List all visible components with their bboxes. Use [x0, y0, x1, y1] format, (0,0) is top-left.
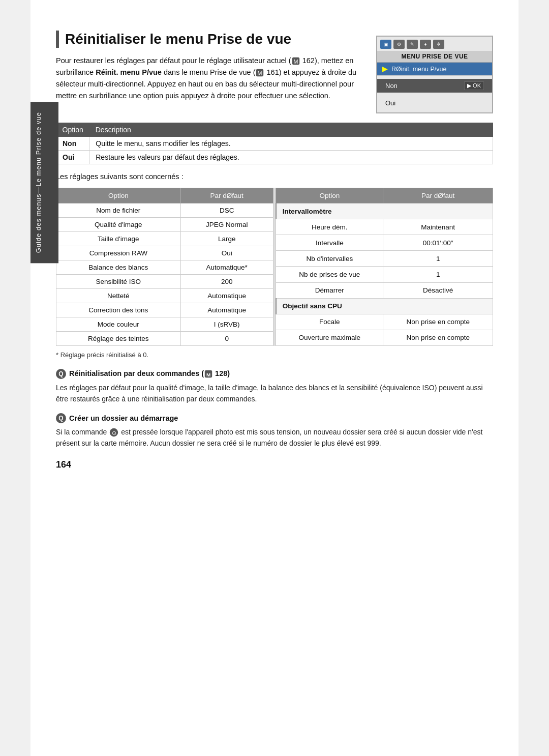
- menu-arrow: ▶: [382, 65, 387, 73]
- bold-term: Réinit. menu P/vue: [96, 68, 162, 76]
- table-row: Réglage des teintes 0: [56, 332, 273, 346]
- cell-isrvb: I (sRVB): [180, 317, 273, 332]
- cam-icon-2: ⚙: [393, 40, 405, 49]
- cell-zero: 0: [180, 332, 273, 346]
- table-row: Intervalle 00:01′:00″: [276, 235, 493, 251]
- note-title-text-2: Créer un dossier au démarrage: [69, 414, 178, 422]
- left-col-default: Par dØfaut: [180, 188, 273, 203]
- svg-text:M: M: [206, 372, 210, 377]
- note-icon-1: Q: [56, 369, 66, 379]
- cell-nom-fichier: Nom de fichier: [56, 203, 181, 218]
- cell-1-prises: 1: [383, 267, 493, 282]
- cell-200: 200: [180, 275, 273, 289]
- cell-balance-blancs: Balance des blancs: [56, 260, 181, 275]
- camera-menu-item-label: RØinit. menu P/vue: [391, 66, 446, 73]
- intro-paragraph: Pour restaurer les réglages par défaut p…: [56, 55, 361, 102]
- cell-heure-dem: Heure dém.: [276, 219, 383, 235]
- cell-desactive: Désactivé: [383, 282, 493, 298]
- cell-taille-image: Taille d'image: [56, 232, 181, 246]
- table-row: Oui Restaure les valeurs par défaut des …: [56, 151, 493, 164]
- camera-menu-mockup: ▣ ⚙ ✎ ♦ ❖ MENU PRISE DE VUE ▶ RØinit. me…: [376, 36, 493, 113]
- cell-automatique-tons: Automatique: [180, 303, 273, 317]
- cell-nettete: Netteté: [56, 289, 181, 303]
- cell-time: 00:01′:00″: [383, 235, 493, 251]
- page-title: Réinitialiser le menu Prise de vue: [56, 31, 361, 48]
- camera-option-non-label: Non: [385, 82, 398, 90]
- footnote: * Réglage précis réinitialisé à 0.: [56, 351, 493, 359]
- table-row: Non Quitte le menu, sans modifier les ré…: [56, 137, 493, 151]
- cell-non-prise-focale: Non prise en compte: [383, 314, 493, 330]
- cell-sensibilite-iso: Sensibilité ISO: [56, 275, 181, 289]
- note-text-2: Si la commande ⊙ est pressée lorsque l'a…: [56, 426, 493, 449]
- camera-menu-selected-item: ▶ RØinit. menu P/vue: [377, 63, 492, 76]
- cell-demarrer: Démarrer: [276, 282, 383, 298]
- table-row: Démarrer Désactivé: [276, 282, 493, 298]
- option-oui: Oui: [56, 151, 89, 164]
- left-col-option: Option: [56, 188, 181, 203]
- table-row: Heure dém. Maintenant: [276, 219, 493, 235]
- cell-oui: Oui: [180, 246, 273, 260]
- cell-mode-couleur: Mode couleur: [56, 317, 181, 332]
- cell-dsc: DSC: [180, 203, 273, 218]
- cell-automatique-star: Automatique*: [180, 260, 273, 275]
- spacer: [377, 93, 492, 97]
- page-number: 164: [56, 459, 493, 470]
- header-text: Réinitialiser le menu Prise de vue Pour …: [56, 31, 361, 113]
- note-creer-dossier: Q Créer un dossier au démarrage Si la co…: [56, 413, 493, 449]
- cell-automatique-nettete: Automatique: [180, 289, 273, 303]
- table-row: Nb d'intervalles 1: [276, 251, 493, 267]
- option-non: Non: [56, 137, 89, 151]
- right-col-default: Par dØfaut: [383, 188, 493, 203]
- cam-icon-1: ▣: [380, 40, 391, 49]
- side-tab: Guide des menus—Le menu Prise de vue: [30, 102, 58, 263]
- cell-focale: Focale: [276, 314, 383, 330]
- table-row: Taille d'image Large: [56, 232, 273, 246]
- camera-option-oui: Oui: [377, 97, 492, 109]
- table-row: Focale Non prise en compte: [276, 314, 493, 330]
- table-row: Intervallomètre: [276, 203, 493, 219]
- section-text: Les réglages suivants sont concernés :: [56, 172, 493, 181]
- cam-icon-5: ❖: [433, 40, 444, 49]
- cell-compression-raw: Compression RAW: [56, 246, 181, 260]
- cell-non-prise-ouverture: Non prise en compte: [383, 330, 493, 345]
- camera-option-non: Non ▶ OK: [377, 79, 492, 93]
- table-row: Qualité d'image JPEG Normal: [56, 218, 273, 232]
- camera-menu-options: Non ▶ OK Oui: [377, 76, 492, 112]
- cell-reglage-teintes: Réglage des teintes: [56, 332, 181, 346]
- cell-jpeg-normal: JPEG Normal: [180, 218, 273, 232]
- table-row: Netteté Automatique: [56, 289, 273, 303]
- cell-1-int: 1: [383, 251, 493, 267]
- note-text-1: Les réglages par défaut pour la qualité …: [56, 382, 493, 405]
- table-row: Nom de fichier DSC: [56, 203, 273, 218]
- page-header: Réinitialiser le menu Prise de vue Pour …: [56, 31, 493, 113]
- table-row: Correction des tons Automatique: [56, 303, 273, 317]
- cell-nb-intervalles: Nb d'intervalles: [276, 251, 383, 267]
- camera-icon-row: ▣ ⚙ ✎ ♦ ❖: [377, 37, 492, 49]
- note-icon-2: Q: [56, 413, 66, 423]
- cell-maintenant: Maintenant: [383, 219, 493, 235]
- left-data-table: Option Par dØfaut Nom de fichier DSC Qua…: [56, 188, 273, 346]
- cam-icon-3: ✎: [407, 40, 418, 49]
- section-header-objectif: Objectif sans CPU: [276, 298, 493, 314]
- ok-badge: ▶ OK: [464, 81, 484, 90]
- table-row: Objectif sans CPU: [276, 298, 493, 314]
- table-row: Sensibilité ISO 200: [56, 275, 273, 289]
- svg-text:⊙: ⊙: [112, 430, 116, 436]
- cell-qualite-image: Qualité d'image: [56, 218, 181, 232]
- col-header-option: Option: [56, 123, 89, 137]
- right-data-table: Option Par dØfaut Intervallomètre Heure …: [276, 188, 493, 346]
- svg-text:M: M: [258, 70, 262, 76]
- table-row: Nb de prises de vue 1: [276, 267, 493, 282]
- table-row: Mode couleur I (sRVB): [56, 317, 273, 332]
- note-title-reinitialisation: Q Réinitialisation par deux commandes (M…: [56, 369, 493, 379]
- cell-nb-prises: Nb de prises de vue: [276, 267, 383, 282]
- cell-ouverture-max: Ouverture maximale: [276, 330, 383, 345]
- description-oui: Restaure les valeurs par défaut des régl…: [89, 151, 493, 164]
- note-title-creer: Q Créer un dossier au démarrage: [56, 413, 493, 423]
- data-tables-wrapper: Option Par dØfaut Nom de fichier DSC Qua…: [56, 188, 493, 346]
- section-header-intervallometre: Intervallomètre: [276, 203, 493, 219]
- camera-option-oui-label: Oui: [385, 99, 395, 107]
- table-row: Balance des blancs Automatique*: [56, 260, 273, 275]
- cell-large: Large: [180, 232, 273, 246]
- cell-intervalle: Intervalle: [276, 235, 383, 251]
